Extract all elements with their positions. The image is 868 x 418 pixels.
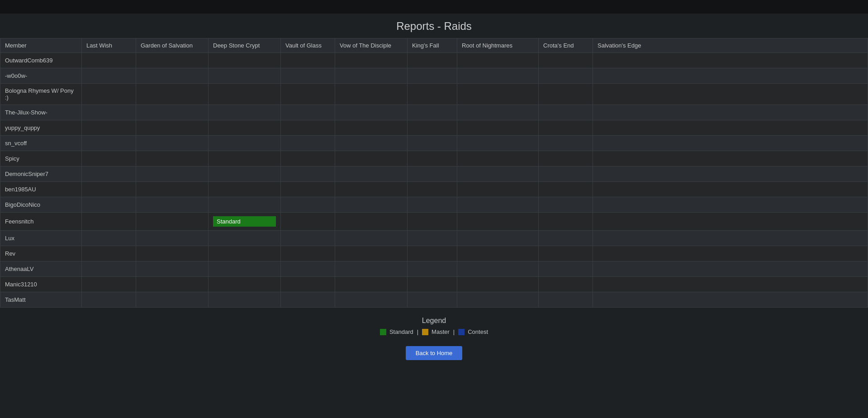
cell-salvation-row14	[593, 277, 868, 292]
cell-root-row3	[457, 105, 539, 120]
cell-member-row1: -w0o0w-	[0, 68, 82, 84]
cell-vault-row5	[281, 136, 335, 151]
back-to-home-button[interactable]: Back to Home	[406, 346, 463, 360]
cell-vow-row12	[335, 246, 408, 261]
cell-last_wish-row11	[82, 231, 136, 246]
col-header-vault: Vault of Glass	[281, 38, 335, 53]
cell-crota-row1	[539, 68, 593, 84]
back-btn-container: Back to Home	[0, 340, 868, 369]
cell-vow-row8	[335, 182, 408, 197]
cell-vault-row9	[281, 197, 335, 213]
cell-crota-row2	[539, 84, 593, 105]
col-header-member: Member	[0, 38, 82, 53]
cell-last_wish-row14	[82, 277, 136, 292]
cell-vow-row6	[335, 151, 408, 166]
cell-vault-row14	[281, 277, 335, 292]
top-bar	[0, 0, 868, 14]
cell-vow-row5	[335, 136, 408, 151]
cell-crota-row4	[539, 120, 593, 136]
cell-vow-row7	[335, 166, 408, 182]
cell-kings_fall-row14	[408, 277, 457, 292]
cell-crota-row12	[539, 246, 593, 261]
cell-crota-row0	[539, 53, 593, 68]
cell-last_wish-row3	[82, 105, 136, 120]
table-row: Manic31210	[0, 277, 868, 292]
table-row: TasMatt	[0, 292, 868, 308]
cell-vow-row11	[335, 231, 408, 246]
cell-salvation-row2	[593, 84, 868, 105]
col-header-garden: Garden of Salvation	[136, 38, 209, 53]
cell-garden-row5	[136, 136, 209, 151]
cell-member-row8: ben1985AU	[0, 182, 82, 197]
cell-salvation-row9	[593, 197, 868, 213]
cell-deep_stone-row11	[209, 231, 281, 246]
cell-garden-row10	[136, 213, 209, 231]
cell-kings_fall-row12	[408, 246, 457, 261]
cell-vault-row2	[281, 84, 335, 105]
cell-salvation-row6	[593, 151, 868, 166]
col-header-vow: Vow of The Disciple	[335, 38, 408, 53]
cell-kings_fall-row0	[408, 53, 457, 68]
table-row: Bologna Rhymes W/ Pony :)	[0, 84, 868, 105]
cell-vault-row7	[281, 166, 335, 182]
raids-table: Member Last Wish Garden of Salvation Dee…	[0, 38, 868, 308]
cell-salvation-row8	[593, 182, 868, 197]
legend-items: Standard | Master | Contest	[0, 328, 868, 335]
cell-garden-row8	[136, 182, 209, 197]
cell-last_wish-row5	[82, 136, 136, 151]
cell-salvation-row4	[593, 120, 868, 136]
cell-vow-row9	[335, 197, 408, 213]
cell-vault-row12	[281, 246, 335, 261]
cell-root-row11	[457, 231, 539, 246]
cell-root-row5	[457, 136, 539, 151]
cell-deep_stone-row0	[209, 53, 281, 68]
badge-deep_stone-row10: Standard	[213, 216, 276, 227]
cell-vow-row14	[335, 277, 408, 292]
cell-last_wish-row12	[82, 246, 136, 261]
cell-salvation-row1	[593, 68, 868, 84]
cell-vow-row15	[335, 292, 408, 308]
col-header-kings-fall: King's Fall	[408, 38, 457, 53]
cell-garden-row1	[136, 68, 209, 84]
cell-last_wish-row10	[82, 213, 136, 231]
col-header-last-wish: Last Wish	[82, 38, 136, 53]
cell-vault-row11	[281, 231, 335, 246]
cell-vow-row10	[335, 213, 408, 231]
cell-vow-row0	[335, 53, 408, 68]
cell-kings_fall-row7	[408, 166, 457, 182]
cell-garden-row11	[136, 231, 209, 246]
cell-last_wish-row8	[82, 182, 136, 197]
cell-deep_stone-row9	[209, 197, 281, 213]
table-row: The-Jilux-Show-	[0, 105, 868, 120]
cell-deep_stone-row8	[209, 182, 281, 197]
cell-garden-row0	[136, 53, 209, 68]
cell-garden-row4	[136, 120, 209, 136]
cell-root-row12	[457, 246, 539, 261]
cell-member-row6: Spicy	[0, 151, 82, 166]
cell-crota-row3	[539, 105, 593, 120]
cell-crota-row8	[539, 182, 593, 197]
cell-vault-row10	[281, 213, 335, 231]
cell-member-row11: Lux	[0, 231, 82, 246]
cell-member-row14: Manic31210	[0, 277, 82, 292]
cell-kings_fall-row8	[408, 182, 457, 197]
legend-label-contest: Contest	[468, 328, 488, 335]
cell-root-row6	[457, 151, 539, 166]
cell-deep_stone-row12	[209, 246, 281, 261]
legend-sep-2: |	[451, 328, 456, 335]
cell-root-row2	[457, 84, 539, 105]
cell-garden-row13	[136, 261, 209, 277]
cell-vow-row13	[335, 261, 408, 277]
cell-kings_fall-row3	[408, 105, 457, 120]
table-row: OutwardComb639	[0, 53, 868, 68]
cell-member-row13: AthenaaLV	[0, 261, 82, 277]
cell-salvation-row12	[593, 246, 868, 261]
cell-kings_fall-row1	[408, 68, 457, 84]
cell-crota-row5	[539, 136, 593, 151]
cell-garden-row3	[136, 105, 209, 120]
cell-member-row5: sn_vcoff	[0, 136, 82, 151]
table-row: Rev	[0, 246, 868, 261]
cell-deep_stone-row15	[209, 292, 281, 308]
cell-root-row9	[457, 197, 539, 213]
cell-kings_fall-row10	[408, 213, 457, 231]
